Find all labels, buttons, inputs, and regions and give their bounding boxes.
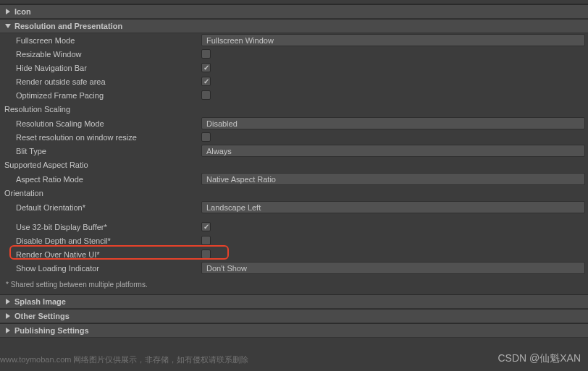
section-title: Publishing Settings [14, 326, 89, 335]
section-publishing[interactable]: Publishing Settings [0, 323, 588, 338]
section-title: Other Settings [14, 312, 70, 320]
section-title: Splash Image [14, 297, 66, 306]
section-title: Icon [14, 7, 31, 16]
field-label: Show Loading Indicator [16, 264, 201, 273]
row-disable-depth: Disable Depth and Stencil* [0, 234, 588, 247]
row-fullscreen-mode: Fullscreen Mode Fullscreen Window [0, 33, 588, 47]
field-label: Use 32-bit Display Buffer* [16, 223, 201, 231]
subheader-res-scaling: Resolution Scaling [0, 102, 588, 116]
row-res-scaling-mode: Resolution Scaling Mode Disabled [0, 116, 588, 130]
collapse-arrow-icon [4, 312, 12, 320]
optimized-frame-checkbox[interactable] [201, 90, 211, 100]
show-loading-dropdown[interactable]: Don't Show [201, 262, 585, 274]
section-icon[interactable]: Icon [0, 4, 588, 19]
field-label: Resolution Scaling Mode [16, 119, 201, 128]
row-use-32bit: Use 32-bit Display Buffer* [0, 220, 588, 234]
collapse-arrow-icon [4, 298, 12, 305]
res-scaling-dropdown[interactable]: Disabled [201, 117, 585, 129]
field-label: Reset resolution on window resize [16, 133, 201, 142]
field-label: Blit Type [16, 147, 201, 155]
field-label: Fullscreen Mode [16, 36, 201, 45]
row-render-outside-safe: Render outside safe area [0, 74, 588, 88]
field-label: Hide Navigation Bar [16, 64, 201, 72]
field-label: Optimized Frame Pacing [16, 91, 201, 100]
row-blit-type: Blit Type Always [0, 144, 588, 158]
render-outside-safe-checkbox[interactable] [201, 77, 211, 86]
shared-footnote: * Shared setting between multiple platfo… [0, 275, 588, 294]
field-label: Render outside safe area [16, 77, 201, 86]
row-resizable-window: Resizable Window [0, 47, 588, 61]
blit-type-dropdown[interactable]: Always [201, 145, 585, 157]
collapse-arrow-icon [4, 8, 12, 15]
field-label: Render Over Native UI* [16, 250, 201, 259]
row-render-over-native: Render Over Native UI* [0, 247, 588, 261]
subheader-supported-aspect: Supported Aspect Ratio [0, 158, 588, 172]
row-aspect-ratio-mode: Aspect Ratio Mode Native Aspect Ratio [0, 172, 588, 186]
expand-arrow-icon [4, 22, 12, 30]
reset-res-checkbox[interactable] [201, 132, 211, 142]
section-splash[interactable]: Splash Image [0, 294, 588, 309]
field-label: Resizable Window [16, 50, 201, 59]
orientation-dropdown[interactable]: Landscape Left [201, 201, 585, 213]
field-label: Default Orientation* [16, 203, 201, 212]
watermark-toymoban: www.toymoban.com 网络图片仅供展示，非存储，如有侵权请联系删除 [0, 354, 248, 365]
section-resolution[interactable]: Resolution and Presentation [0, 19, 588, 33]
field-label: Disable Depth and Stencil* [16, 236, 201, 245]
fullscreen-mode-dropdown[interactable]: Fullscreen Window [201, 34, 585, 46]
resizable-window-checkbox[interactable] [201, 49, 211, 59]
section-title: Resolution and Presentation [14, 22, 122, 30]
row-reset-res: Reset resolution on window resize [0, 130, 588, 144]
collapse-arrow-icon [4, 327, 12, 334]
field-label: Aspect Ratio Mode [16, 175, 201, 184]
row-default-orientation: Default Orientation* Landscape Left [0, 200, 588, 214]
use-32bit-checkbox[interactable] [201, 222, 211, 231]
disable-depth-checkbox[interactable] [201, 236, 211, 245]
subheader-orientation: Orientation [0, 186, 588, 200]
section-other[interactable]: Other Settings [0, 309, 588, 323]
hide-nav-bar-checkbox[interactable] [201, 63, 211, 72]
row-hide-nav-bar: Hide Navigation Bar [0, 61, 588, 74]
row-show-loading: Show Loading Indicator Don't Show [0, 261, 588, 275]
aspect-ratio-dropdown[interactable]: Native Aspect Ratio [201, 173, 585, 185]
render-over-native-checkbox[interactable] [201, 250, 211, 259]
watermark-csdn: CSDN @仙魁XAN [497, 352, 581, 365]
row-optimized-frame: Optimized Frame Pacing [0, 88, 588, 102]
